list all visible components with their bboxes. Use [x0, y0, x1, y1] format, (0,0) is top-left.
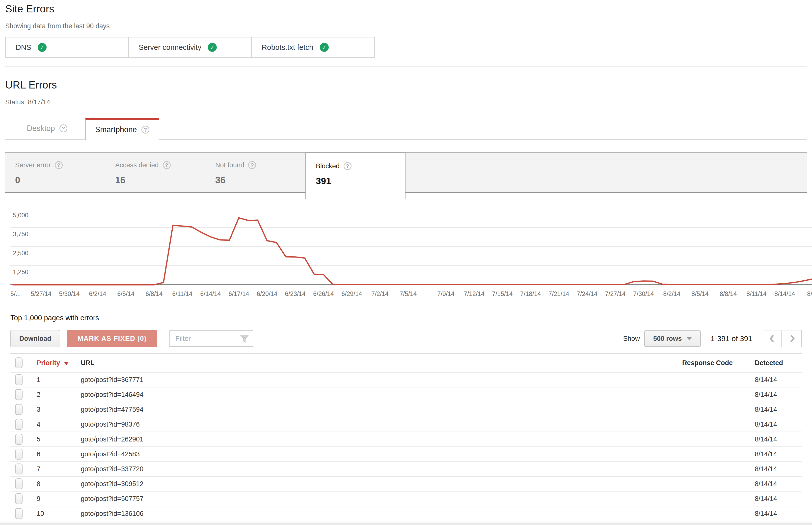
- prev-page-button[interactable]: [763, 330, 782, 347]
- download-button[interactable]: Download: [11, 330, 60, 347]
- rows-per-page-value: 500 rows: [653, 335, 682, 343]
- row-checkbox[interactable]: [15, 493, 22, 504]
- priority-column-header[interactable]: Priority: [37, 359, 76, 367]
- svg-text:3,750: 3,750: [13, 230, 29, 238]
- pages-heading: Top 1,000 pages with errors: [11, 314, 807, 322]
- svg-text:8/2/14: 8/2/14: [663, 290, 681, 297]
- svg-text:7/15/14: 7/15/14: [492, 290, 513, 297]
- help-icon[interactable]: ?: [55, 161, 63, 169]
- row-detected: 8/14/14: [744, 406, 801, 414]
- response-code-column-header[interactable]: Response Code: [677, 359, 744, 367]
- status-ok-icon: ✓: [38, 43, 47, 52]
- svg-text:6/5/14: 6/5/14: [117, 290, 135, 297]
- show-label: Show: [623, 335, 640, 343]
- detected-column-header[interactable]: Detected: [744, 359, 801, 367]
- svg-text:7/30/14: 7/30/14: [633, 290, 654, 297]
- svg-text:8/8/14: 8/8/14: [720, 290, 737, 297]
- svg-text:5/27/14: 5/27/14: [31, 290, 51, 297]
- row-url[interactable]: goto/post?id=262901: [76, 436, 677, 443]
- errors-line-chart: 1,2502,5003,7505,0005/...5/27/145/30/146…: [11, 209, 812, 301]
- svg-text:7/27/14: 7/27/14: [605, 290, 626, 297]
- pagination-range: 1-391 of 391: [711, 334, 752, 343]
- status-card-robots-txt[interactable]: Robots.txt fetch ✓: [252, 38, 374, 57]
- tab-desktop[interactable]: Desktop ?: [20, 124, 77, 139]
- row-url[interactable]: goto/post?id=477594: [76, 406, 677, 414]
- table-row: 7goto/post?id=3377208/14/14: [11, 462, 801, 477]
- filter-funnel-icon: [240, 334, 249, 344]
- row-priority: 3: [32, 406, 76, 414]
- table-row: 6goto/post?id=425838/14/14: [11, 447, 801, 462]
- row-checkbox[interactable]: [15, 434, 22, 445]
- row-checkbox[interactable]: [15, 449, 22, 460]
- svg-text:6/17/14: 6/17/14: [229, 290, 249, 297]
- row-url[interactable]: goto/post?id=367771: [76, 376, 677, 384]
- svg-text:5,000: 5,000: [13, 212, 29, 219]
- row-url[interactable]: goto/post?id=309512: [76, 480, 677, 488]
- row-checkbox[interactable]: [15, 404, 22, 415]
- row-url[interactable]: goto/post?id=337720: [76, 465, 677, 473]
- url-column-header[interactable]: URL: [76, 359, 677, 367]
- error-tabs-filler: [406, 153, 807, 192]
- status-ok-icon: ✓: [208, 43, 217, 52]
- tab-access-denied-count: 16: [115, 175, 205, 185]
- row-checkbox-cell: [11, 478, 32, 489]
- row-checkbox-cell: [11, 508, 32, 519]
- svg-text:8/5/14: 8/5/14: [691, 290, 709, 297]
- table-row: 4goto/post?id=983768/14/14: [11, 417, 801, 432]
- help-icon[interactable]: ?: [163, 161, 171, 169]
- tab-smartphone[interactable]: Smartphone ?: [85, 118, 159, 140]
- bottom-cutoff-band: [0, 523, 812, 525]
- rows-per-page-dropdown[interactable]: 500 rows: [644, 330, 701, 347]
- mark-as-fixed-button[interactable]: MARK AS FIXED (0): [67, 330, 157, 347]
- row-checkbox-cell: [11, 449, 32, 460]
- site-errors-title: Site Errors: [5, 3, 807, 15]
- row-checkbox[interactable]: [15, 419, 22, 430]
- row-url[interactable]: goto/post?id=146494: [76, 391, 677, 399]
- table-row: 2goto/post?id=1464948/14/14: [11, 387, 801, 402]
- row-checkbox-cell: [11, 464, 32, 475]
- row-priority: 10: [32, 510, 76, 518]
- svg-text:2,500: 2,500: [13, 250, 29, 257]
- row-checkbox[interactable]: [15, 478, 22, 489]
- row-detected: 8/14/14: [744, 450, 801, 458]
- next-page-button[interactable]: [783, 330, 801, 347]
- help-icon[interactable]: ?: [60, 124, 67, 132]
- select-all-checkbox[interactable]: [15, 357, 22, 368]
- svg-text:5/...: 5/...: [11, 290, 21, 297]
- row-url[interactable]: goto/post?id=136106: [76, 510, 677, 518]
- chevron-left-icon: [768, 333, 776, 344]
- tab-not-found-label: Not found: [215, 161, 244, 169]
- tab-access-denied-label: Access denied: [115, 161, 159, 169]
- row-priority: 7: [32, 465, 76, 473]
- row-url[interactable]: goto/post?id=507757: [76, 495, 677, 503]
- row-checkbox[interactable]: [15, 508, 22, 519]
- status-card-dns[interactable]: DNS ✓: [6, 38, 129, 57]
- row-checkbox[interactable]: [15, 389, 22, 400]
- row-priority: 4: [32, 421, 76, 428]
- tab-access-denied[interactable]: Access denied? 16: [105, 153, 205, 192]
- table-row: 9goto/post?id=5077578/14/14: [11, 492, 801, 506]
- tab-server-error[interactable]: Server error? 0: [5, 153, 105, 192]
- error-type-tabs: Server error? 0 Access denied? 16 Not fo…: [5, 152, 807, 193]
- row-priority: 1: [32, 376, 76, 384]
- row-url[interactable]: goto/post?id=42583: [76, 450, 677, 458]
- tab-not-found[interactable]: Not found? 36: [205, 153, 306, 192]
- row-priority: 9: [32, 495, 76, 503]
- row-checkbox[interactable]: [15, 464, 22, 475]
- row-url[interactable]: goto/post?id=98376: [76, 421, 677, 428]
- row-checkbox[interactable]: [15, 374, 22, 385]
- row-detected: 8/14/14: [744, 495, 801, 503]
- svg-text:6/11/14: 6/11/14: [172, 290, 192, 297]
- tab-blocked[interactable]: Blocked? 391: [306, 152, 406, 199]
- svg-text:7/18/14: 7/18/14: [520, 290, 541, 297]
- status-card-server-connectivity[interactable]: Server connectivity ✓: [129, 38, 252, 57]
- device-tabs: Desktop ? Smartphone ?: [5, 118, 807, 140]
- help-icon[interactable]: ?: [344, 162, 352, 170]
- svg-text:7/21/14: 7/21/14: [548, 290, 569, 297]
- section-divider: [5, 66, 807, 67]
- row-priority: 8: [32, 480, 76, 488]
- errors-table: Priority URL Response Code Detected 1got…: [11, 353, 801, 521]
- help-icon[interactable]: ?: [141, 126, 150, 134]
- help-icon[interactable]: ?: [248, 161, 256, 169]
- row-checkbox-cell: [11, 374, 32, 385]
